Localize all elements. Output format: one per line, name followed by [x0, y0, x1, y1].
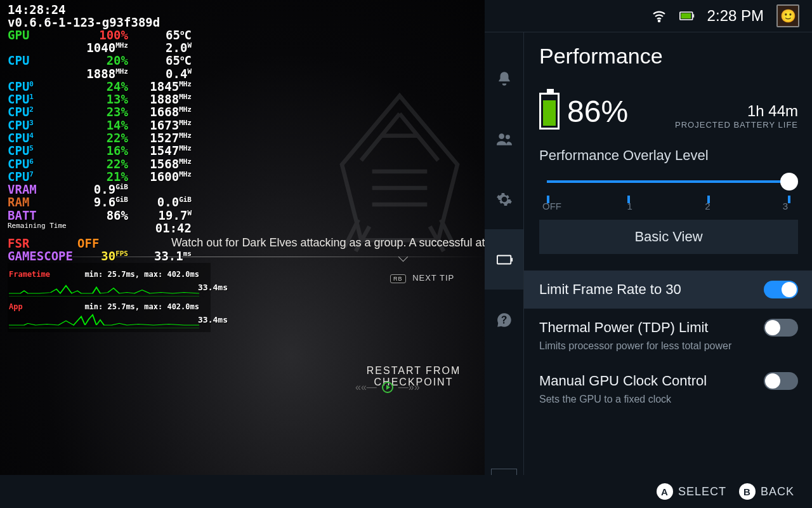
option-gpu-desc: Sets the GPU to a fixed clock — [539, 394, 798, 405]
core-label: CPU4 — [8, 132, 77, 145]
gpu-label: GPU — [8, 29, 77, 42]
performance-overlay: 14:28:24 v0.6.6-1-123-g93f389d GPU 100% … — [8, 4, 204, 332]
core-label: CPU7 — [8, 171, 77, 184]
option-limit-frame-rate-label: Limit Frame Rate to 30 — [539, 281, 681, 298]
core-label: CPU5 — [8, 145, 77, 157]
loading-tip: Watch out for Dark Elves attacking as a … — [171, 236, 485, 250]
slider-tick-3: 3 — [773, 201, 798, 211]
wifi-icon — [652, 8, 667, 23]
battery-level-icon — [539, 93, 560, 130]
status-clock: 2:28 PM — [707, 7, 764, 25]
cpu-power: 0.4 — [166, 67, 187, 81]
next-tip-label: NEXT TIP — [412, 273, 454, 283]
gamescope-fps: 30 — [101, 249, 115, 263]
overlay-time: 14:28:24 — [8, 4, 204, 17]
overlay-level-slider[interactable]: OFF 1 2 3 — [539, 175, 798, 207]
option-tdp-desc: Limits processor power for less total po… — [539, 340, 798, 352]
avatar[interactable]: 🙂 — [776, 4, 799, 27]
fsr-label: FSR — [8, 237, 77, 250]
battery-percent: 86% — [567, 94, 628, 129]
batt-pct: 86% — [77, 210, 128, 222]
option-gpu-clock[interactable]: Manual GPU Clock Control Sets the GPU to… — [539, 362, 798, 415]
overlay-level-label: Performance Overlay Level — [539, 147, 798, 164]
core-clock: 1673MHz — [128, 119, 192, 132]
cpu-load: 20% — [77, 55, 128, 67]
svg-rect-2 — [693, 14, 694, 17]
svg-point-0 — [658, 20, 659, 22]
frametime-stats: min: 25.7ms, max: 402.0ms — [84, 271, 199, 279]
core-load: 14% — [77, 119, 128, 132]
svg-point-4 — [499, 133, 504, 139]
ram-label: RAM — [8, 196, 77, 209]
core-load: 21% — [77, 171, 128, 184]
core-clock: 1600MHz — [128, 171, 192, 184]
battery-icon — [679, 8, 695, 23]
cpu-label: CPU — [8, 55, 77, 67]
core-label: CPU0 — [8, 81, 77, 93]
core-load: 22% — [77, 158, 128, 171]
core-label: CPU3 — [8, 119, 77, 132]
core-load: 22% — [77, 132, 128, 145]
frametime-label: Frametime — [9, 271, 50, 279]
rail-friends[interactable] — [485, 109, 523, 169]
app-stats: min: 25.7ms, max: 402.0ms — [84, 303, 199, 311]
option-limit-frame-rate[interactable]: Limit Frame Rate to 30 — [524, 271, 812, 309]
next-tip-hint: RB NEXT TIP — [390, 273, 454, 283]
option-tdp-label: Thermal Power (TDP) Limit — [539, 319, 708, 336]
slider-knob[interactable] — [780, 173, 798, 190]
qa-rail — [485, 32, 524, 508]
game-emblem — [330, 89, 469, 254]
toggle-limit-frame-rate[interactable] — [764, 281, 798, 298]
rail-settings[interactable] — [485, 169, 523, 229]
a-button-icon: A — [657, 483, 673, 500]
core-clock: 1527MHz — [128, 132, 192, 145]
basic-view-button[interactable]: Basic View — [539, 220, 798, 254]
gpu-temp: 65 — [166, 28, 180, 42]
quick-access-panel: 2:28 PM 🙂 Pe — [485, 0, 812, 508]
core-load: 24% — [77, 81, 128, 93]
game-area: Watch out for Dark Elves attacking as a … — [0, 0, 485, 508]
core-load: 23% — [77, 106, 128, 119]
ram-val2: 0.0 — [157, 196, 179, 210]
rail-notifications[interactable] — [485, 48, 523, 109]
gamescope-ft: 33.1 — [154, 249, 183, 263]
core-clock: 1568MHz — [128, 158, 192, 171]
core-clock: 1888MHz — [128, 93, 192, 106]
batt-label: BATT — [8, 210, 77, 222]
core-load: 16% — [77, 145, 128, 157]
svg-rect-6 — [497, 255, 510, 264]
slider-tick-2: 2 — [695, 201, 720, 211]
core-clock: 1845MHz — [128, 81, 192, 93]
svg-rect-7 — [511, 258, 513, 262]
batt-power: 19.7 — [159, 208, 188, 222]
gpu-power: 2.0 — [166, 41, 187, 55]
app-label: App — [9, 303, 23, 311]
core-label: CPU6 — [8, 158, 77, 171]
restart-decoration: ««— —»» — [355, 381, 420, 394]
gpu-load: 100% — [77, 29, 128, 42]
core-clock: 1547MHz — [128, 145, 192, 157]
slider-tick-1: 1 — [617, 201, 643, 211]
rail-performance[interactable] — [485, 229, 523, 290]
gamescope-label: GAMESCOPE — [8, 250, 84, 263]
option-gpu-label: Manual GPU Clock Control — [539, 373, 707, 389]
svg-point-5 — [505, 135, 509, 139]
performance-pane: Performance 86% 1h 44m PROJECTED BATTERY… — [524, 32, 812, 508]
svg-rect-3 — [681, 13, 690, 19]
app-graph: 33.4ms — [9, 311, 199, 328]
core-label: CPU2 — [8, 106, 77, 119]
overlay-version: v0.6.6-1-123-g93f389d — [8, 17, 204, 29]
remaining-value: 01:42 — [128, 222, 192, 235]
rail-help[interactable] — [485, 290, 523, 350]
hint-back: BACK — [761, 485, 794, 498]
toggle-gpu-clock[interactable] — [764, 372, 798, 390]
toggle-tdp-limit[interactable] — [764, 319, 798, 337]
option-tdp-limit[interactable]: Thermal Power (TDP) Limit Limits process… — [539, 309, 798, 362]
a-button-icon — [382, 382, 393, 393]
frametime-graph: 33.4ms — [9, 279, 199, 297]
vram-val: 0.9 — [94, 182, 115, 196]
b-button-icon: B — [739, 483, 756, 500]
cpu-temp: 65 — [166, 54, 180, 68]
frametime-current: 33.4ms — [198, 283, 228, 292]
fsr-value: OFF — [77, 237, 128, 250]
